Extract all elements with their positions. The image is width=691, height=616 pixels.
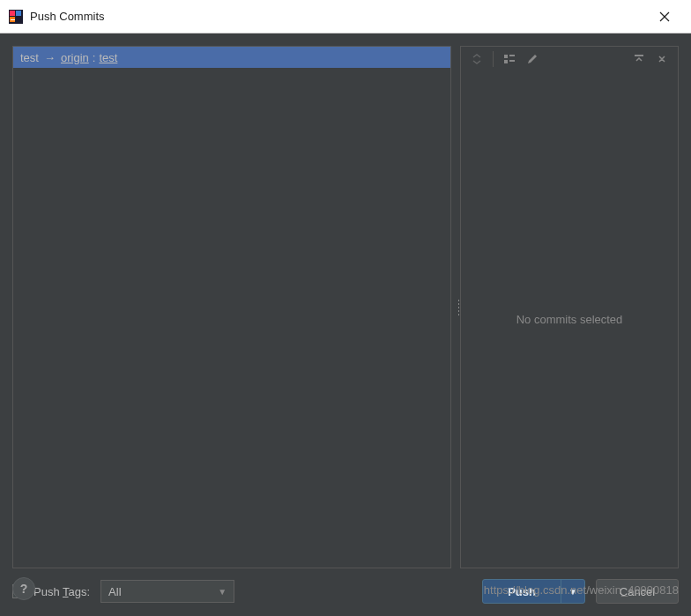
- remote-branch[interactable]: test: [99, 51, 117, 64]
- dialog-body: test → origin : test: [0, 33, 691, 616]
- chevron-down-icon: ▼: [218, 587, 227, 597]
- cancel-button-label: Cancel: [620, 585, 655, 598]
- svg-rect-4: [11, 19, 15, 20]
- push-dropdown-caret[interactable]: ▼: [561, 587, 584, 597]
- svg-rect-7: [504, 55, 508, 58]
- content-row: test → origin : test: [12, 46, 679, 568]
- titlebar: Push Commits: [0, 0, 691, 33]
- close-button[interactable]: [647, 4, 682, 30]
- cancel-button[interactable]: Cancel: [596, 579, 679, 604]
- remote-name[interactable]: origin: [61, 51, 89, 64]
- help-button[interactable]: ?: [12, 577, 35, 600]
- svg-rect-10: [509, 60, 515, 62]
- intellij-icon: [9, 10, 23, 24]
- colon: :: [93, 51, 96, 64]
- toolbar-separator: [493, 51, 494, 67]
- button-row: Push ▼ Cancel: [482, 579, 679, 604]
- group-by-icon[interactable]: [499, 48, 520, 70]
- edit-icon[interactable]: [522, 48, 543, 70]
- expand-icon[interactable]: [651, 48, 672, 70]
- local-branch: test: [20, 51, 39, 64]
- expand-all-icon[interactable]: [466, 48, 487, 70]
- push-tags-label: Push Tags:: [33, 585, 90, 598]
- dialog-title: Push Commits: [30, 10, 647, 23]
- commits-panel: test → origin : test: [12, 46, 451, 568]
- details-toolbar: [461, 47, 678, 71]
- push-button-label: Push: [483, 580, 561, 603]
- push-tags-dropdown[interactable]: All ▼: [100, 580, 234, 603]
- push-button[interactable]: Push ▼: [482, 579, 585, 604]
- svg-rect-2: [16, 11, 21, 16]
- details-panel: No commits selected: [460, 46, 679, 568]
- commits-list[interactable]: [13, 68, 450, 568]
- dropdown-value: All: [108, 585, 121, 598]
- svg-rect-9: [509, 55, 515, 56]
- arrow-icon: →: [44, 51, 56, 64]
- details-empty-text: No commits selected: [461, 71, 678, 568]
- svg-rect-1: [10, 11, 15, 16]
- svg-rect-8: [504, 60, 508, 63]
- collapse-icon[interactable]: [628, 48, 650, 70]
- branch-spec[interactable]: test → origin : test: [13, 47, 450, 68]
